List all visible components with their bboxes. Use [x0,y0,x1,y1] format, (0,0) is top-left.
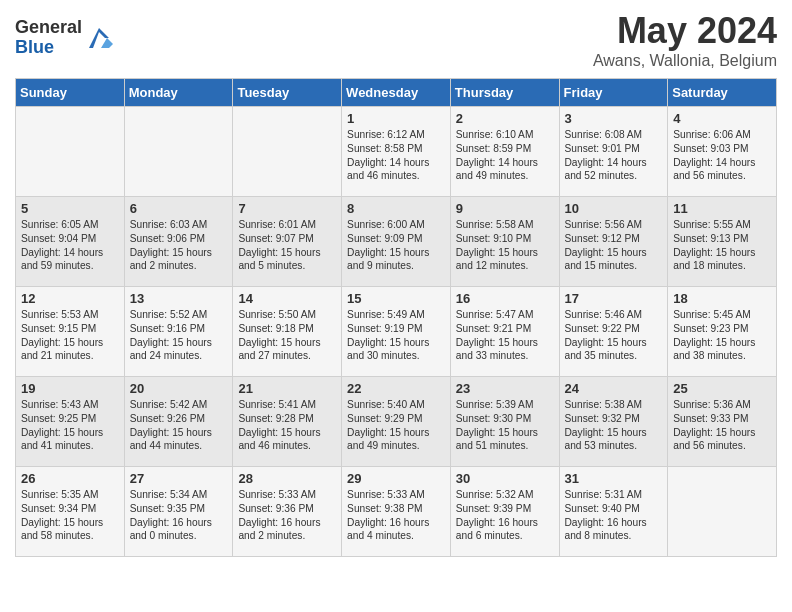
cell-content: Sunrise: 5:52 AMSunset: 9:16 PMDaylight:… [130,308,228,363]
cell-content: Sunrise: 5:35 AMSunset: 9:34 PMDaylight:… [21,488,119,543]
cell-content: Sunrise: 6:05 AMSunset: 9:04 PMDaylight:… [21,218,119,273]
logo-general-text: General [15,18,82,38]
day-number: 8 [347,201,445,216]
cell-content: Sunrise: 6:12 AMSunset: 8:58 PMDaylight:… [347,128,445,183]
calendar-cell: 31Sunrise: 5:31 AMSunset: 9:40 PMDayligh… [559,467,668,557]
calendar-cell: 24Sunrise: 5:38 AMSunset: 9:32 PMDayligh… [559,377,668,467]
calendar-cell: 27Sunrise: 5:34 AMSunset: 9:35 PMDayligh… [124,467,233,557]
cell-content: Sunrise: 5:38 AMSunset: 9:32 PMDaylight:… [565,398,663,453]
day-number: 3 [565,111,663,126]
calendar-cell: 22Sunrise: 5:40 AMSunset: 9:29 PMDayligh… [342,377,451,467]
calendar-cell [668,467,777,557]
title-area: May 2024 Awans, Wallonia, Belgium [593,10,777,70]
calendar-cell: 6Sunrise: 6:03 AMSunset: 9:06 PMDaylight… [124,197,233,287]
weekday-header-wednesday: Wednesday [342,79,451,107]
calendar-cell: 25Sunrise: 5:36 AMSunset: 9:33 PMDayligh… [668,377,777,467]
week-row-5: 26Sunrise: 5:35 AMSunset: 9:34 PMDayligh… [16,467,777,557]
day-number: 28 [238,471,336,486]
weekday-header-sunday: Sunday [16,79,125,107]
calendar-cell: 1Sunrise: 6:12 AMSunset: 8:58 PMDaylight… [342,107,451,197]
logo-icon [85,24,113,52]
cell-content: Sunrise: 5:39 AMSunset: 9:30 PMDaylight:… [456,398,554,453]
calendar-cell: 8Sunrise: 6:00 AMSunset: 9:09 PMDaylight… [342,197,451,287]
day-number: 19 [21,381,119,396]
weekday-header-monday: Monday [124,79,233,107]
calendar-cell: 18Sunrise: 5:45 AMSunset: 9:23 PMDayligh… [668,287,777,377]
day-number: 22 [347,381,445,396]
cell-content: Sunrise: 6:10 AMSunset: 8:59 PMDaylight:… [456,128,554,183]
calendar-cell: 26Sunrise: 5:35 AMSunset: 9:34 PMDayligh… [16,467,125,557]
cell-content: Sunrise: 5:40 AMSunset: 9:29 PMDaylight:… [347,398,445,453]
calendar-cell: 29Sunrise: 5:33 AMSunset: 9:38 PMDayligh… [342,467,451,557]
day-number: 25 [673,381,771,396]
day-number: 6 [130,201,228,216]
weekday-header-tuesday: Tuesday [233,79,342,107]
calendar-cell: 19Sunrise: 5:43 AMSunset: 9:25 PMDayligh… [16,377,125,467]
calendar-table: SundayMondayTuesdayWednesdayThursdayFrid… [15,78,777,557]
day-number: 7 [238,201,336,216]
day-number: 15 [347,291,445,306]
cell-content: Sunrise: 5:33 AMSunset: 9:38 PMDaylight:… [347,488,445,543]
day-number: 26 [21,471,119,486]
logo: General Blue [15,18,113,58]
week-row-3: 12Sunrise: 5:53 AMSunset: 9:15 PMDayligh… [16,287,777,377]
cell-content: Sunrise: 5:47 AMSunset: 9:21 PMDaylight:… [456,308,554,363]
svg-marker-1 [101,38,113,48]
cell-content: Sunrise: 6:03 AMSunset: 9:06 PMDaylight:… [130,218,228,273]
calendar-cell: 10Sunrise: 5:56 AMSunset: 9:12 PMDayligh… [559,197,668,287]
day-number: 16 [456,291,554,306]
day-number: 12 [21,291,119,306]
cell-content: Sunrise: 6:08 AMSunset: 9:01 PMDaylight:… [565,128,663,183]
calendar-cell: 15Sunrise: 5:49 AMSunset: 9:19 PMDayligh… [342,287,451,377]
cell-content: Sunrise: 5:56 AMSunset: 9:12 PMDaylight:… [565,218,663,273]
cell-content: Sunrise: 5:33 AMSunset: 9:36 PMDaylight:… [238,488,336,543]
calendar-cell: 13Sunrise: 5:52 AMSunset: 9:16 PMDayligh… [124,287,233,377]
calendar-cell: 30Sunrise: 5:32 AMSunset: 9:39 PMDayligh… [450,467,559,557]
day-number: 10 [565,201,663,216]
cell-content: Sunrise: 5:32 AMSunset: 9:39 PMDaylight:… [456,488,554,543]
day-number: 5 [21,201,119,216]
cell-content: Sunrise: 5:42 AMSunset: 9:26 PMDaylight:… [130,398,228,453]
cell-content: Sunrise: 5:46 AMSunset: 9:22 PMDaylight:… [565,308,663,363]
calendar-cell: 21Sunrise: 5:41 AMSunset: 9:28 PMDayligh… [233,377,342,467]
calendar-cell: 17Sunrise: 5:46 AMSunset: 9:22 PMDayligh… [559,287,668,377]
calendar-cell: 23Sunrise: 5:39 AMSunset: 9:30 PMDayligh… [450,377,559,467]
weekday-header-row: SundayMondayTuesdayWednesdayThursdayFrid… [16,79,777,107]
cell-content: Sunrise: 5:41 AMSunset: 9:28 PMDaylight:… [238,398,336,453]
day-number: 1 [347,111,445,126]
cell-content: Sunrise: 5:43 AMSunset: 9:25 PMDaylight:… [21,398,119,453]
day-number: 31 [565,471,663,486]
cell-content: Sunrise: 5:53 AMSunset: 9:15 PMDaylight:… [21,308,119,363]
day-number: 24 [565,381,663,396]
weekday-header-thursday: Thursday [450,79,559,107]
cell-content: Sunrise: 5:45 AMSunset: 9:23 PMDaylight:… [673,308,771,363]
calendar-cell: 9Sunrise: 5:58 AMSunset: 9:10 PMDaylight… [450,197,559,287]
calendar-cell: 4Sunrise: 6:06 AMSunset: 9:03 PMDaylight… [668,107,777,197]
weekday-header-friday: Friday [559,79,668,107]
cell-content: Sunrise: 5:34 AMSunset: 9:35 PMDaylight:… [130,488,228,543]
cell-content: Sunrise: 5:50 AMSunset: 9:18 PMDaylight:… [238,308,336,363]
cell-content: Sunrise: 6:06 AMSunset: 9:03 PMDaylight:… [673,128,771,183]
calendar-cell: 2Sunrise: 6:10 AMSunset: 8:59 PMDaylight… [450,107,559,197]
day-number: 21 [238,381,336,396]
day-number: 13 [130,291,228,306]
cell-content: Sunrise: 6:00 AMSunset: 9:09 PMDaylight:… [347,218,445,273]
header: General Blue May 2024 Awans, Wallonia, B… [15,10,777,70]
cell-content: Sunrise: 5:49 AMSunset: 9:19 PMDaylight:… [347,308,445,363]
calendar-cell: 12Sunrise: 5:53 AMSunset: 9:15 PMDayligh… [16,287,125,377]
calendar-cell: 28Sunrise: 5:33 AMSunset: 9:36 PMDayligh… [233,467,342,557]
calendar-cell [233,107,342,197]
day-number: 30 [456,471,554,486]
month-title: May 2024 [593,10,777,52]
cell-content: Sunrise: 5:36 AMSunset: 9:33 PMDaylight:… [673,398,771,453]
day-number: 29 [347,471,445,486]
cell-content: Sunrise: 5:55 AMSunset: 9:13 PMDaylight:… [673,218,771,273]
week-row-1: 1Sunrise: 6:12 AMSunset: 8:58 PMDaylight… [16,107,777,197]
cell-content: Sunrise: 5:31 AMSunset: 9:40 PMDaylight:… [565,488,663,543]
day-number: 27 [130,471,228,486]
location-title: Awans, Wallonia, Belgium [593,52,777,70]
cell-content: Sunrise: 6:01 AMSunset: 9:07 PMDaylight:… [238,218,336,273]
day-number: 18 [673,291,771,306]
day-number: 14 [238,291,336,306]
day-number: 2 [456,111,554,126]
